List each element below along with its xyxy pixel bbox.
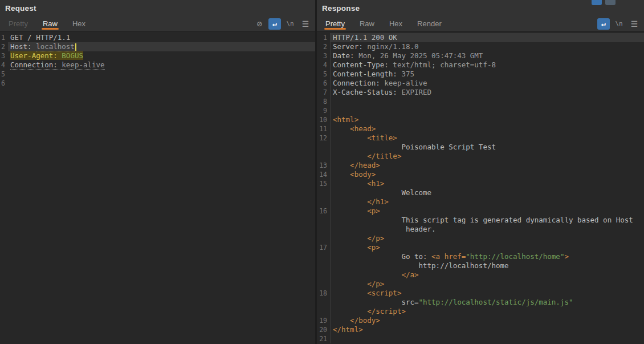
code-line[interactable]: </h1> [317,197,644,207]
code-line[interactable]: 20</html> [317,325,644,334]
code-line[interactable]: This script tag is generated dynamically… [317,216,644,225]
code-text: Poisonable Script Test [331,143,644,152]
tab-hex[interactable]: Hex [65,16,93,31]
window-control-gray-icon[interactable] [605,0,616,5]
line-number: 9 [317,106,331,115]
code-text: <head> [331,124,644,133]
code-line[interactable]: </p> [317,234,644,243]
code-line[interactable]: 8 [317,97,644,106]
tab-raw[interactable]: Raw [352,16,382,31]
code-text: GET / HTTP/1.1 [8,33,315,42]
code-text [8,70,315,79]
code-line[interactable]: Go to: <a href="http://localhost/home"> [317,252,644,261]
line-number: 3 [317,51,331,60]
code-line[interactable]: 1GET / HTTP/1.1 [0,33,315,42]
code-line[interactable]: 5 [0,70,315,79]
code-text: </html> [331,325,644,334]
code-line[interactable]: header. [317,225,644,234]
code-line[interactable]: 18 <script> [317,289,644,298]
code-line[interactable]: 4Content-Type: text/html; charset=utf-8 [317,60,644,70]
code-line[interactable]: 4Connection: keep-alive [0,60,315,70]
request-title: Request [5,4,36,13]
show-newlines-icon[interactable]: \n [284,18,296,30]
line-number [317,188,331,197]
code-line[interactable]: 3User-Agent: BOGUS [0,51,315,60]
code-line[interactable]: 16 <p> [317,207,644,216]
code-line[interactable]: 5Content-Length: 375 [317,70,644,79]
editor-menu-icon[interactable]: ☰ [299,18,312,30]
code-line[interactable]: 14 <body> [317,170,644,179]
hide-nonprintable-icon[interactable]: ⊘ [253,18,266,30]
code-text: Connection: keep-alive [331,79,644,88]
code-text [8,79,315,88]
code-text: http://localhost/home [331,261,644,270]
repeater-view: Request PrettyRawHex ⊘↵\n☰ 1GET / HTTP/1… [0,0,644,344]
code-text: </title> [331,152,644,161]
show-newlines-icon[interactable]: \n [613,18,625,30]
line-number: 4 [0,60,8,70]
code-line[interactable]: 6 [0,79,315,88]
line-number [317,197,331,207]
code-line[interactable]: 2Host: localhost [0,42,315,51]
response-editor-tools: ↵\n☰ [594,16,644,31]
response-editor[interactable]: 1HTTP/1.1 200 OK2Server: nginx/1.18.03Da… [317,32,644,344]
code-text: X-Cache-Status: EXPIRED [331,88,644,97]
code-line[interactable]: Welcome [317,188,644,197]
wrap-lines-icon[interactable]: ↵ [268,18,281,30]
code-line[interactable]: 21 [317,334,644,343]
code-line[interactable]: 19 </body> [317,316,644,325]
code-line[interactable]: 10<html> [317,115,644,124]
code-line[interactable]: 1HTTP/1.1 200 OK [317,33,644,42]
tab-raw[interactable]: Raw [35,16,65,31]
wrap-lines-icon[interactable]: ↵ [597,18,610,30]
code-line[interactable]: 9 [317,106,644,115]
code-line[interactable]: </title> [317,152,644,161]
code-text: </head> [331,161,644,170]
tab-render[interactable]: Render [410,16,449,31]
code-line[interactable]: </a> [317,270,644,280]
code-text [331,106,644,115]
line-number: 5 [317,70,331,79]
line-number [317,234,331,243]
code-line[interactable]: 17 <p> [317,243,644,252]
code-line[interactable]: 13 </head> [317,161,644,170]
line-number [317,261,331,270]
line-number [317,270,331,280]
line-number: 21 [317,334,331,343]
code-line[interactable]: </script> [317,307,644,316]
editor-menu-icon[interactable]: ☰ [628,18,641,30]
code-text: </body> [331,316,644,325]
code-line[interactable]: 2Server: nginx/1.18.0 [317,42,644,51]
line-number: 11 [317,124,331,133]
code-text: Host: localhost [8,42,315,51]
request-editor-tools: ⊘↵\n☰ [250,16,315,31]
code-line[interactable]: Poisonable Script Test [317,143,644,152]
code-line[interactable]: </p> [317,280,644,289]
request-panel: Request PrettyRawHex ⊘↵\n☰ 1GET / HTTP/1… [0,0,315,344]
code-line[interactable]: 6Connection: keep-alive [317,79,644,88]
code-line[interactable]: src="http://localhost/static/js/main.js" [317,298,644,307]
line-number: 1 [317,33,331,42]
code-line[interactable]: 12 <title> [317,133,644,143]
code-line[interactable]: 11 <head> [317,124,644,133]
code-text: Welcome [331,188,644,197]
line-number: 1 [0,33,8,42]
code-line[interactable]: 3Date: Mon, 26 May 2025 05:47:43 GMT [317,51,644,60]
code-text: <body> [331,170,644,179]
request-header: Request [0,0,315,16]
code-line[interactable]: 7X-Cache-Status: EXPIRED [317,88,644,97]
line-number [317,307,331,316]
tab-pretty: Pretty [1,16,35,31]
line-number: 10 [317,115,331,124]
code-text: This script tag is generated dynamically… [331,216,644,225]
code-line[interactable]: 15 <h1> [317,179,644,188]
tab-pretty[interactable]: Pretty [318,16,352,31]
code-text: </p> [331,234,644,243]
line-number: 2 [0,42,8,51]
window-control-blue-icon[interactable] [592,0,602,5]
code-text: header. [331,225,644,234]
request-editor[interactable]: 1GET / HTTP/1.12Host: localhost3User-Age… [0,32,315,344]
code-line[interactable]: http://localhost/home [317,261,644,270]
line-number: 17 [317,243,331,252]
tab-hex[interactable]: Hex [382,16,410,31]
